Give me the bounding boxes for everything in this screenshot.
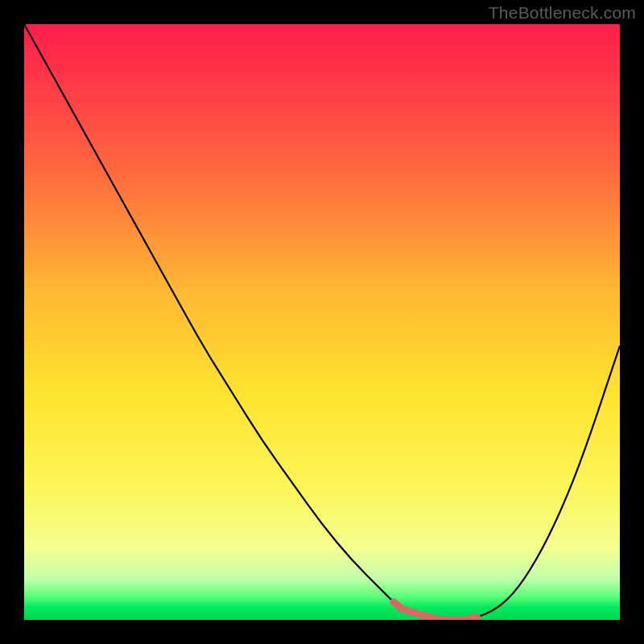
chart-frame: TheBottleneck.com — [0, 0, 644, 644]
curve-marker — [394, 602, 477, 620]
watermark-text: TheBottleneck.com — [489, 3, 636, 23]
plot-area — [24, 24, 620, 620]
bottleneck-curve — [24, 24, 620, 620]
curve-path — [24, 24, 620, 620]
